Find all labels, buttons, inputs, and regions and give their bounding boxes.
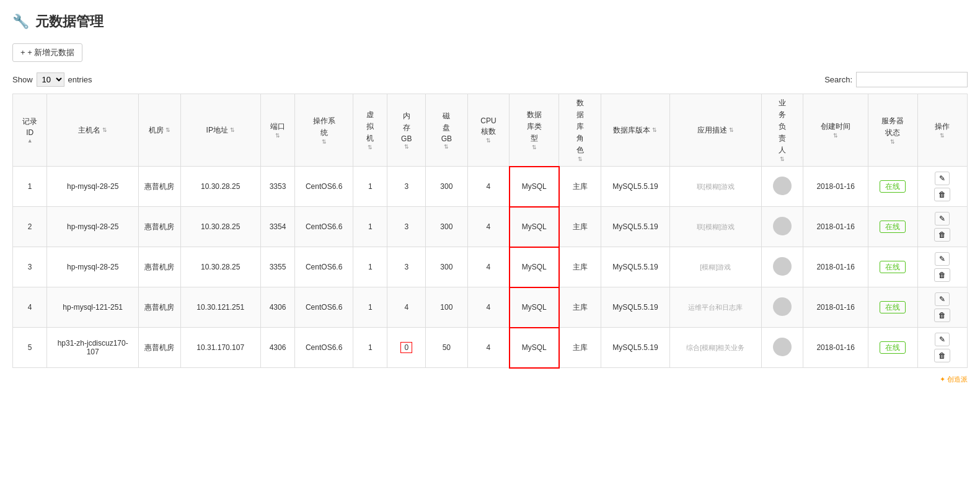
watermark: ✦ 创造派 [12,375,968,384]
status-badge: 在线 [880,261,906,273]
app-desc-text: [模糊]游戏 [700,263,731,271]
th-id: 记录 ID ▲ [13,94,47,167]
cell-disk: 300 [425,207,467,247]
cell-status: 在线 [868,207,917,247]
cell-ip: 10.31.170.107 [180,328,260,368]
cell-vm: 1 [353,328,387,368]
cell-hostname: hp-mysql-121-251 [47,287,139,328]
cell-appdesc: [模糊]游戏 [670,247,762,287]
delete-button[interactable]: 🗑 [934,309,950,322]
cell-id: 4 [13,287,47,328]
cell-status: 在线 [868,287,917,328]
cell-bizowner [761,207,803,247]
table-row: 3hp-mysql-28-25惠普机房10.30.28.253355CentOS… [13,247,968,287]
cell-cpu: 4 [467,328,510,368]
edit-button[interactable]: ✎ [935,252,950,266]
cell-ops: ✎🗑 [917,328,967,368]
avatar [773,297,792,316]
th-dbtype: 数据库类型⇅ [510,94,559,167]
delete-button[interactable]: 🗑 [934,268,950,282]
cell-dbrole: 主库 [559,207,601,247]
cell-room: 惠普机房 [138,207,180,247]
th-createtime: 创建时间⇅ [803,94,868,167]
cell-disk: 100 [425,287,467,328]
plus-icon: + [20,48,25,57]
cell-cpu: 4 [467,207,510,247]
cell-room: 惠普机房 [138,247,180,287]
table-controls: Show 10 25 50 entries Search: [12,72,968,87]
cell-ops: ✎🗑 [917,207,967,247]
cell-dbver: MySQL5.5.19 [601,287,669,328]
search-box: Search: [824,72,968,87]
cell-hostname: hp-mysql-28-25 [47,247,139,287]
cell-createtime: 2018-01-16 [803,207,868,247]
cell-bizowner [761,287,803,328]
toolbar: + + 新增元数据 [12,43,968,62]
edit-button[interactable]: ✎ [935,292,950,306]
cell-ip: 10.30.121.251 [180,287,260,328]
add-metadata-button[interactable]: + + 新增元数据 [12,43,82,62]
cell-ops: ✎🗑 [917,247,967,287]
cell-id: 5 [13,328,47,368]
cell-dbrole: 主库 [559,167,601,207]
cell-id: 2 [13,207,47,247]
app-desc-text: 运维平台和日志库 [688,304,743,311]
cell-port: 3353 [260,167,294,207]
cell-status: 在线 [868,247,917,287]
cell-os: CentOS6.6 [295,207,353,247]
cell-port: 3355 [260,247,294,287]
cell-hostname: hp31-zh-jcdiscuz170-107 [47,328,139,368]
cell-os: CentOS6.6 [295,167,353,207]
th-hostname: 主机名 ⇅ [47,94,139,167]
cell-createtime: 2018-01-16 [803,167,868,207]
th-port: 端口⇅ [260,94,294,167]
cell-mem: 3 [387,167,426,207]
cell-hostname: hp-mysql-28-25 [47,167,139,207]
cell-port: 4306 [260,328,294,368]
th-vm: 虚拟机⇅ [353,94,387,167]
app-desc-text: 综合[模糊]相关业务 [686,344,744,351]
cell-createtime: 2018-01-16 [803,287,868,328]
delete-button[interactable]: 🗑 [934,228,950,242]
cell-bizowner [761,247,803,287]
cell-dbtype: MySQL [510,247,559,287]
edit-button[interactable]: ✎ [935,333,950,346]
table-row: 5hp31-zh-jcdiscuz170-107惠普机房10.31.170.10… [13,328,968,368]
cell-dbtype: MySQL [510,287,559,328]
status-badge: 在线 [880,221,906,233]
avatar [773,177,792,195]
entries-select[interactable]: 10 25 50 [37,72,64,87]
table-row: 1hp-mysql-28-25惠普机房10.30.28.253353CentOS… [13,167,968,207]
avatar [773,217,792,235]
cell-os: CentOS6.6 [295,247,353,287]
th-dbrole: 数据库角色⇅ [559,94,601,167]
edit-button[interactable]: ✎ [935,172,950,185]
cell-vm: 1 [353,167,387,207]
cell-mem: 0 [387,328,426,368]
cell-os: CentOS6.6 [295,328,353,368]
th-disk: 磁盘GB⇅ [425,94,467,167]
cell-disk: 300 [425,247,467,287]
edit-button[interactable]: ✎ [935,212,950,225]
cell-bizowner [761,328,803,368]
delete-button[interactable]: 🗑 [934,349,950,362]
cell-vm: 1 [353,207,387,247]
delete-button[interactable]: 🗑 [934,188,950,201]
status-badge: 在线 [880,341,906,354]
cell-cpu: 4 [467,247,510,287]
cell-dbver: MySQL5.5.19 [601,167,669,207]
cell-ops: ✎🗑 [917,287,967,328]
show-entries-control: Show 10 25 50 entries [12,72,92,87]
search-input[interactable] [856,72,968,87]
cell-appdesc: 综合[模糊]相关业务 [670,328,762,368]
cell-port: 3354 [260,207,294,247]
cell-id: 1 [13,167,47,207]
cell-dbver: MySQL5.5.19 [601,207,669,247]
cell-dbtype: MySQL [510,167,559,207]
avatar [773,338,792,356]
cell-vm: 1 [353,287,387,328]
cell-dbrole: 主库 [559,287,601,328]
cell-cpu: 4 [467,167,510,207]
metadata-table: 记录 ID ▲ 主机名 ⇅ 机房 ⇅ IP地址 ⇅ 端口⇅ 操作系统⇅ 虚拟机 [12,94,968,369]
cell-mem: 3 [387,247,426,287]
